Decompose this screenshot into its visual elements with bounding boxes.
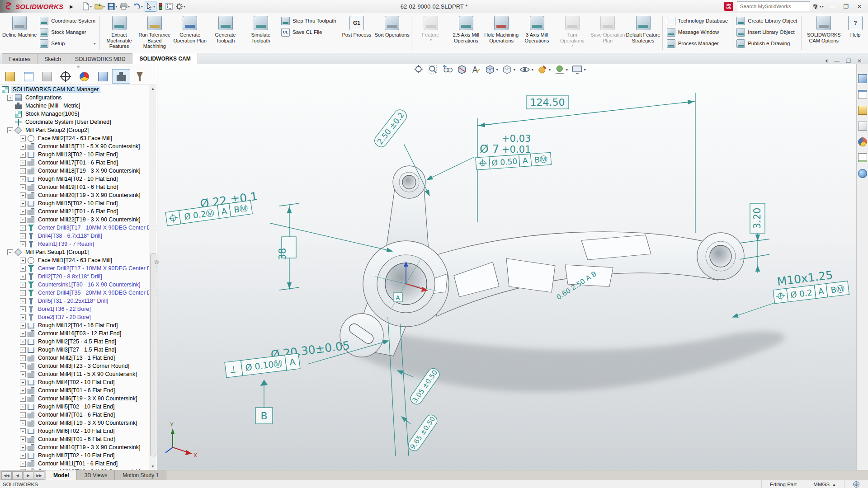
tree-expander[interactable]: + <box>20 192 26 198</box>
ribbon-post-process[interactable]: G1 Post Process <box>339 14 374 53</box>
tree-expander[interactable]: + <box>7 95 13 101</box>
ribbon-generate-toolpath[interactable]: Generate Toolpath <box>208 14 243 53</box>
tree-expander[interactable]: + <box>20 453 26 459</box>
tree-item[interactable]: + Contour Mill2[T13 - 1 Flat End] <box>0 354 157 362</box>
ribbon-stock-manager[interactable]: Stock Manager <box>40 27 95 37</box>
doc-close-icon[interactable]: ✕ <box>857 58 862 64</box>
tree-expander[interactable] <box>7 103 13 109</box>
tree-item[interactable]: + Center Drill3[T17 - 10MM X 90DEG Cente… <box>0 224 157 232</box>
tree-item[interactable]: + Rough Mill4[T02 - 10 Flat End] <box>0 378 157 386</box>
tree-expander[interactable]: + <box>20 225 26 231</box>
tree-item[interactable]: + Contour Mill17[T01 - 6 Flat End] <box>0 159 157 167</box>
tree-expander[interactable]: + <box>20 184 26 190</box>
ribbon-3-axis-mill-operations[interactable]: 3 Axis Mill Operations <box>519 14 554 53</box>
tree-expander[interactable]: + <box>20 241 26 247</box>
ribbon-technology-database[interactable]: Technology Database <box>667 16 728 26</box>
graphics-viewport[interactable]: ▾ ▾ ▾ ▾ ▾ ▾ <box>157 64 856 470</box>
tree-item[interactable]: − Mill Part Setup2 [Group2] <box>0 126 157 134</box>
tree-item[interactable]: + Contour Mill4[T11 - 5 X 90 Countersink… <box>0 370 157 378</box>
ribbon-message-window[interactable]: Message Window <box>667 27 728 37</box>
dynamic-annotation-views-button[interactable] <box>471 65 481 75</box>
tree-expander[interactable]: + <box>20 461 26 467</box>
scroll-up-icon[interactable]: ▲ <box>149 85 156 92</box>
ribbon-sort-operations[interactable]: Sort Operations <box>374 14 410 53</box>
ribbon-process-manager[interactable]: Process Manager <box>667 38 728 48</box>
tree-item[interactable]: + Contour Mill3[T23 - 3 Corner Round] <box>0 362 157 370</box>
ribbon-step-thru-toolpath[interactable]: Step Thru Toolpath <box>281 16 336 26</box>
help-button[interactable]: ? <box>814 3 818 10</box>
tree-item[interactable]: + Center Drill4[T35 - 20MM X 90DEG Cente… <box>0 289 157 297</box>
view-settings-dropdown-icon[interactable]: ▾ <box>584 68 586 72</box>
tree-expander[interactable]: − <box>7 127 13 133</box>
tree-expander[interactable]: + <box>20 298 26 304</box>
tree-item[interactable]: + Configurations <box>0 94 157 102</box>
tab-motion-study-1[interactable]: Motion Study 1 <box>115 470 166 480</box>
tree-expander[interactable]: + <box>20 436 26 442</box>
ribbon-coordinate-system[interactable]: Coordinate System <box>40 16 95 26</box>
ribbon-simulate-toolpath[interactable]: Simulate Toolpath <box>243 14 278 53</box>
tree-expander[interactable]: + <box>20 339 26 345</box>
tree-expander[interactable]: + <box>20 331 26 337</box>
tree-expander[interactable]: + <box>20 363 26 369</box>
ribbon-extract-machinable-features[interactable]: Extract Machinable Features <box>101 14 137 53</box>
file-explorer-icon[interactable] <box>858 106 867 115</box>
tree-item[interactable]: + Contour Mill5[T01 - 6 Flat End] <box>0 386 157 394</box>
panel-tab-dimxpertmanager[interactable] <box>57 69 75 84</box>
panel-tab-cam[interactable] <box>94 69 112 84</box>
tab-sketch[interactable]: Sketch <box>37 53 68 64</box>
view-orientation-button[interactable]: ▾ <box>485 65 498 75</box>
ribbon-25-axis-mill-operations[interactable]: 2.5 Axis Mill Operations <box>448 14 484 53</box>
tree-expander[interactable]: + <box>20 209 26 215</box>
setup-dropdown-icon[interactable]: ▾ <box>94 42 95 46</box>
tree-expander[interactable]: + <box>20 306 26 312</box>
tree-expander[interactable]: + <box>20 323 26 328</box>
panel-tab-cam-operation-tree[interactable] <box>131 69 149 84</box>
tree-item[interactable]: Machine [Mill - Metric] <box>0 102 157 110</box>
dim-overall-length[interactable]: 124.50 <box>530 97 565 108</box>
tree-item[interactable]: + Bore1[T36 - 22 Bore] <box>0 305 157 313</box>
tree-item[interactable]: + Rough Mill15[T02 - 10 Flat End] <box>0 199 157 207</box>
tree-scrollbar[interactable]: ▲ ▼ <box>149 85 156 470</box>
tree-item[interactable]: + Contour Mill19[T01 - 6 Flat End] <box>0 183 157 191</box>
tree-item[interactable]: + Contour Mill11[T01 - 6 Flat End] <box>0 460 157 468</box>
tree-expander[interactable]: + <box>20 314 26 320</box>
search-input[interactable] <box>737 4 812 9</box>
tree-expander[interactable]: − <box>7 249 13 255</box>
tree-item[interactable]: + Contour Mill9[T01 - 6 Flat End] <box>0 435 157 443</box>
tree-expander[interactable]: + <box>20 412 26 418</box>
tree-item[interactable]: + Face Mill2[T24 - 63 Face Mill] <box>0 134 157 142</box>
ribbon-setup[interactable]: Setup ▾ <box>40 38 95 48</box>
ribbon-publish-e-drawing[interactable]: Publish e-Drawing <box>736 38 797 48</box>
datum-b-flag[interactable]: B <box>255 380 273 424</box>
panel-tab-cam-feature-tree[interactable] <box>112 69 130 84</box>
panel-drag-handle[interactable] <box>0 64 157 69</box>
options-button[interactable]: ▾ <box>175 1 186 11</box>
window-close-button[interactable]: ✕ <box>854 3 864 10</box>
save-button[interactable]: ▾ <box>107 1 118 11</box>
display-style-button[interactable]: ▾ <box>502 65 515 75</box>
zoom-to-fit-button[interactable] <box>414 65 424 75</box>
print-button[interactable]: ▾ <box>119 1 131 11</box>
tree-expander[interactable]: + <box>20 152 26 158</box>
window-minimize-button[interactable]: — <box>827 3 837 10</box>
tree-expander[interactable]: + <box>20 380 26 385</box>
panel-tab-propertymanager[interactable] <box>19 69 38 84</box>
ribbon-insert-library-object[interactable]: Insert Library Object <box>736 27 797 37</box>
menu-expand-arrow[interactable]: ▶ <box>68 0 75 13</box>
solidworks-forum-icon[interactable] <box>858 169 867 178</box>
window-restore-button[interactable]: ❐ <box>841 3 851 10</box>
ribbon-save-cl-file[interactable]: CL Save CL File <box>281 27 336 37</box>
tree-expander[interactable]: + <box>20 445 26 450</box>
dim-depth2[interactable]: 9.65 ±0.50 <box>406 413 439 453</box>
tab-model[interactable]: Model <box>46 470 77 480</box>
tree-item[interactable]: + Center Drill2[T17 - 10MM X 90DEG Cente… <box>0 264 157 272</box>
tree-item[interactable]: + Countersink1[T30 - 16 X 90 Countersink… <box>0 281 157 289</box>
dim-hole7[interactable]: Ø 7 +0.03 +0.01 <box>480 133 531 155</box>
ribbon-run-tolerance-based-machining[interactable]: Run Tolerance Based Machining <box>137 14 172 53</box>
tab-features[interactable]: Features <box>2 53 38 64</box>
panel-tab-featuremanager[interactable] <box>1 69 19 84</box>
appearances-scenes-icon[interactable] <box>858 137 867 146</box>
solidworks-resources-icon[interactable] <box>858 74 867 83</box>
tree-expander[interactable]: + <box>20 266 26 272</box>
scrollbar-thumb[interactable] <box>150 253 156 456</box>
